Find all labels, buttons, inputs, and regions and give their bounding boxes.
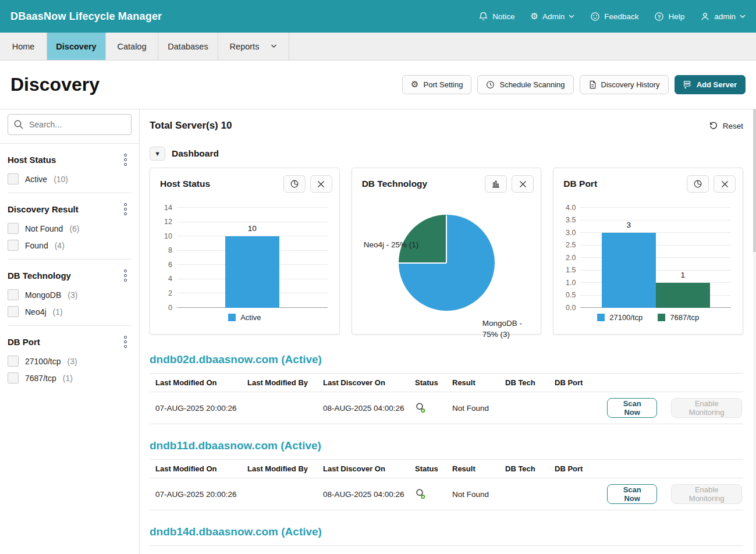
close-card-button[interactable] [310, 175, 332, 193]
kebab-menu-icon[interactable] [119, 334, 132, 350]
pie-slice-label-neo4j: Neo4j - 25% (1) [364, 240, 419, 251]
table-header: Last Modified On Last Modified By Last D… [150, 459, 743, 478]
server-section: dndb02d.dbaasnow.com (Active) Last Modif… [150, 353, 743, 424]
checkbox[interactable] [8, 223, 19, 234]
tab-discovery[interactable]: Discovery [47, 33, 106, 60]
discovery-history-button[interactable]: Discovery History [580, 75, 669, 94]
schedule-scanning-button[interactable]: Schedule Scanning [477, 75, 573, 94]
legend-item: Active [228, 313, 261, 322]
feedback-button[interactable]: Feedback [590, 12, 638, 22]
main-tabs: Home Discovery Catalog Databases Reports [0, 33, 756, 61]
filter-option-7687-tcp[interactable]: 7687/tcp (1) [8, 372, 132, 383]
divider [8, 325, 132, 326]
reset-button[interactable]: Reset [709, 121, 743, 130]
cell-last-modified-on: 07-AUG-2025 20:00:26 [155, 490, 247, 499]
bars: 31 [580, 208, 731, 308]
port-setting-button[interactable]: ⚙ Port Setting [402, 75, 471, 94]
add-server-icon [683, 80, 692, 89]
y-axis-tick: 0 [152, 304, 172, 312]
discovery-history-label: Discovery History [601, 80, 660, 89]
bar-7687/tcp: 1 [656, 283, 710, 308]
tab-reports[interactable]: Reports [218, 33, 289, 60]
option-label: Found [25, 241, 48, 250]
bell-icon [478, 12, 488, 22]
filter-option-active[interactable]: Active (10) [8, 173, 132, 184]
dashboard-label: Dashboard [172, 148, 219, 159]
close-card-button[interactable] [512, 175, 534, 193]
tab-catalog[interactable]: Catalog [106, 33, 158, 60]
pie-chart-icon [290, 179, 299, 189]
vertical-scrollbar[interactable] [753, 109, 756, 554]
host-status-card: Host Status 0246810121410 Active [150, 168, 340, 335]
dashboard-collapse-button[interactable]: ▼ [150, 147, 165, 161]
scan-now-button[interactable]: Scan Now [607, 398, 657, 418]
server-title: dndb02d.dbaasnow.com (Active) [150, 353, 743, 366]
filter-section-discovery-result: Discovery Result Not Found (6) Found (4) [0, 201, 139, 260]
section-title: Host Status [8, 155, 56, 165]
legend-item: 27100/tcp [597, 313, 643, 322]
col-db-tech: DB Tech [505, 464, 555, 473]
option-label: Not Found [25, 224, 63, 233]
notice-button[interactable]: Notice [478, 12, 514, 22]
y-axis-tick: 1.5 [556, 267, 576, 274]
col-result: Result [452, 464, 505, 473]
option-label: 7687/tcp [25, 374, 56, 383]
kebab-menu-icon[interactable] [119, 201, 132, 217]
gear-icon: ⚙ [530, 12, 538, 21]
col-last-discover-on: Last Discover On [323, 464, 415, 473]
search-input[interactable] [8, 114, 132, 135]
admin-label: Admin [542, 12, 565, 21]
checkbox[interactable] [8, 372, 19, 383]
add-server-button[interactable]: Add Server [675, 75, 746, 94]
checkbox[interactable] [8, 356, 19, 367]
filter-option-27100-tcp[interactable]: 27100/tcp (3) [8, 356, 132, 367]
cell-result: Not Found [452, 404, 505, 413]
pie-chart-toggle-button[interactable] [687, 175, 709, 193]
legend-item: 7687/tcp [658, 313, 699, 322]
option-count: (4) [55, 241, 65, 250]
scan-now-button[interactable]: Scan Now [607, 484, 657, 504]
option-count: (3) [68, 357, 77, 366]
kebab-menu-icon[interactable] [119, 268, 132, 283]
add-server-label: Add Server [697, 80, 737, 89]
scan-check-icon [415, 488, 452, 500]
y-axis-tick: 14 [152, 204, 172, 212]
pie-chart-toggle-button[interactable] [283, 175, 306, 193]
page-title: Discovery [10, 74, 100, 95]
y-axis-tick: 4.0 [556, 204, 576, 212]
tab-databases[interactable]: Databases [158, 33, 218, 60]
main-content: Total Server(s) 10 Reset ▼ Dashboard Hos… [140, 109, 756, 554]
checkbox[interactable] [8, 173, 19, 184]
filter-option-not-found[interactable]: Not Found (6) [8, 223, 132, 234]
y-axis-tick: 0.5 [556, 292, 576, 299]
help-button[interactable]: ? Help [654, 12, 684, 22]
bar-27100/tcp: 3 [602, 233, 656, 308]
admin-menu[interactable]: ⚙ Admin [530, 12, 574, 21]
y-axis-tick: 4 [152, 276, 172, 283]
svg-text:?: ? [658, 13, 661, 19]
pie-slice-border [446, 215, 447, 263]
y-axis-tick: 3.5 [556, 216, 576, 224]
cell-last-modified-on: 07-AUG-2025 20:00:26 [155, 404, 247, 413]
legend-swatch [658, 314, 665, 321]
divider [150, 545, 743, 546]
server-section: dndb11d.dbaasnow.com (Active) Last Modif… [150, 439, 743, 510]
kebab-menu-icon[interactable] [119, 152, 132, 168]
port-setting-label: Port Setting [424, 80, 463, 89]
checkbox[interactable] [8, 240, 19, 251]
page-actions: ⚙ Port Setting Schedule Scanning Discove… [402, 75, 746, 94]
close-card-button[interactable] [714, 175, 736, 193]
filter-option-found[interactable]: Found (4) [8, 240, 132, 251]
cell-result: Not Found [452, 490, 505, 499]
y-axis-tick: 2.0 [556, 254, 576, 262]
checkbox[interactable] [8, 306, 19, 317]
bar-chart-toggle-button[interactable] [485, 175, 507, 193]
filter-option-mongodb[interactable]: MongoDB (3) [8, 289, 132, 300]
checkbox[interactable] [8, 289, 19, 300]
tab-home[interactable]: Home [0, 33, 47, 60]
y-axis-tick: 2 [152, 290, 172, 297]
user-menu[interactable]: admin [700, 12, 746, 22]
scrollbar-thumb[interactable] [753, 109, 756, 252]
filter-option-neo4j[interactable]: Neo4j (1) [8, 306, 132, 317]
app-title: DBaasNow Lifecycle Manager [10, 10, 162, 23]
